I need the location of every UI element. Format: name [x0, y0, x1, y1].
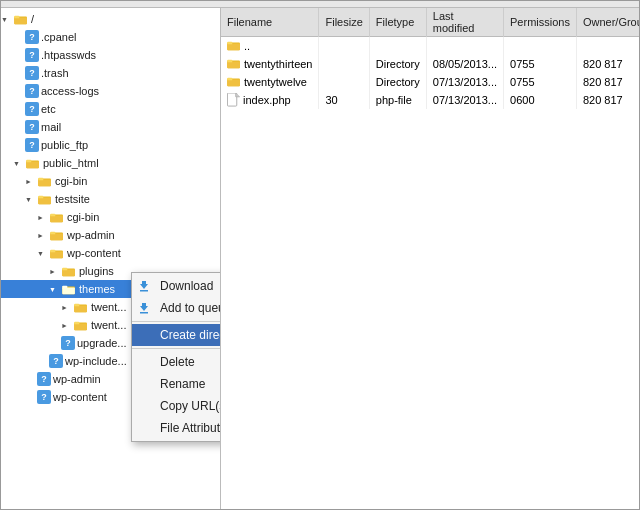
tree-item-access-logs[interactable]: ?access-logs [1, 82, 220, 100]
permissions-cell: 0755 [504, 55, 577, 73]
question-icon: ? [37, 390, 51, 404]
tree-item-cgi-bin2[interactable]: ► cgi-bin [1, 208, 220, 226]
folder-icon [13, 12, 29, 26]
svg-rect-8 [38, 177, 43, 180]
tree-item-htpasswds[interactable]: ?.htpasswds [1, 46, 220, 64]
filetype-cell: php-file [369, 91, 426, 109]
menu-item-create_directory[interactable]: Create directory [132, 324, 221, 346]
arrow-icon: ► [25, 178, 37, 185]
tree-item-testsite[interactable]: ▼ testsite [1, 190, 220, 208]
svg-marker-35 [140, 303, 148, 311]
filename-cell: .. [221, 37, 319, 55]
tree-item-trash[interactable]: ?.trash [1, 64, 220, 82]
question-icon: ? [25, 66, 39, 80]
filesize-cell [319, 73, 369, 91]
permissions-cell [504, 37, 577, 55]
menu-item-copy_urls[interactable]: Copy URL(s) to clipboard [132, 395, 221, 417]
tree-item-wp-content[interactable]: ▼ wp-content [1, 244, 220, 262]
menu-separator [132, 348, 221, 349]
file-panel: Filename Filesize Filetype Last modified… [221, 8, 639, 509]
context-menu: DownloadAdd to queueCreate directoryDele… [131, 272, 221, 442]
tree-item-public_html[interactable]: ▼ public_html [1, 154, 220, 172]
tree-item-cgi-bin[interactable]: ► cgi-bin [1, 172, 220, 190]
tree-panel[interactable]: ▼ /?.cpanel?.htpasswds?.trash?access-log… [1, 8, 221, 509]
col-filename[interactable]: Filename [221, 8, 319, 37]
arrow-icon: ► [37, 214, 49, 221]
svg-rect-16 [50, 233, 63, 240]
menu-item-add_to_queue[interactable]: Add to queue [132, 297, 221, 319]
owner-cell: 820 817 [576, 91, 639, 109]
arrow-icon: ▼ [13, 160, 25, 167]
svg-rect-17 [50, 231, 55, 234]
question-icon: ? [61, 336, 75, 350]
tree-item-label: .cpanel [41, 31, 76, 43]
tree-item-etc[interactable]: ?etc [1, 100, 220, 118]
arrow-icon: ► [61, 322, 73, 329]
col-owner[interactable]: Owner/Group [576, 8, 639, 37]
col-filesize[interactable]: Filesize [319, 8, 369, 37]
table-row[interactable]: twentythirteenDirectory08/05/2013...0755… [221, 55, 639, 73]
owner-cell [576, 37, 639, 55]
col-filetype[interactable]: Filetype [369, 8, 426, 37]
svg-rect-32 [74, 321, 79, 324]
filename-label: .. [244, 40, 250, 52]
menu-item-file_attributes[interactable]: File Attributes... [132, 417, 221, 439]
download-icon [138, 280, 150, 292]
svg-rect-45 [227, 78, 232, 81]
table-row[interactable]: .. [221, 37, 639, 55]
svg-rect-36 [140, 312, 148, 314]
arrow-icon: ▼ [49, 286, 61, 293]
question-icon: ? [25, 120, 39, 134]
arrow-icon: ► [49, 268, 61, 275]
col-modified[interactable]: Last modified [426, 8, 503, 37]
svg-rect-23 [62, 267, 67, 270]
tree-item-label: twent... [91, 301, 126, 313]
menu-item-label: Add to queue [160, 301, 221, 315]
arrow-icon: ▼ [37, 250, 49, 257]
table-header-row: Filename Filesize Filetype Last modified… [221, 8, 639, 37]
question-icon: ? [25, 138, 39, 152]
folder-icon [61, 264, 77, 278]
tree-item-label: / [31, 13, 34, 25]
tree-item-label: wp-content [67, 247, 121, 259]
table-row[interactable]: index.php30php-file07/13/2013...0600820 … [221, 91, 639, 109]
tree-item-wp-admin[interactable]: ► wp-admin [1, 226, 220, 244]
svg-rect-28 [74, 305, 87, 312]
content-area: ▼ /?.cpanel?.htpasswds?.trash?access-log… [1, 8, 639, 509]
col-permissions[interactable]: Permissions [504, 8, 577, 37]
svg-rect-13 [50, 215, 63, 222]
tree-item-label: testsite [55, 193, 90, 205]
tree-item-mail[interactable]: ?mail [1, 118, 220, 136]
folder-icon [73, 300, 89, 314]
tree-item-label: public_html [43, 157, 99, 169]
main-panel: ▼ /?.cpanel?.htpasswds?.trash?access-log… [0, 0, 640, 510]
menu-item-download[interactable]: Download [132, 275, 221, 297]
svg-rect-7 [38, 179, 51, 186]
tree-item-cpanel[interactable]: ?.cpanel [1, 28, 220, 46]
menu-item-rename[interactable]: Rename [132, 373, 221, 395]
modified-cell [426, 37, 503, 55]
tree-item-public_ftp[interactable]: ?public_ftp [1, 136, 220, 154]
svg-rect-19 [50, 251, 63, 258]
tree-item-label: themes [79, 283, 115, 295]
modified-cell: 07/13/2013... [426, 91, 503, 109]
question-icon: ? [25, 84, 39, 98]
menu-separator [132, 321, 221, 322]
modified-cell: 07/13/2013... [426, 73, 503, 91]
table-row[interactable]: twentytwelveDirectory07/13/2013...075582… [221, 73, 639, 91]
filesize-cell: 30 [319, 91, 369, 109]
tree-item-label: .trash [41, 67, 69, 79]
permissions-cell: 0600 [504, 91, 577, 109]
filesize-cell [319, 37, 369, 55]
arrow-icon: ▼ [1, 16, 13, 23]
svg-rect-14 [50, 213, 55, 216]
tree-item-root[interactable]: ▼ / [1, 10, 220, 28]
svg-rect-42 [227, 60, 232, 63]
menu-item-label: Copy URL(s) to clipboard [160, 399, 221, 413]
folder-icon [73, 318, 89, 332]
arrow-icon: ▼ [25, 196, 37, 203]
filetype-cell [369, 37, 426, 55]
tree-item-label: cgi-bin [67, 211, 99, 223]
menu-item-delete[interactable]: Delete [132, 351, 221, 373]
folder-icon [25, 156, 41, 170]
